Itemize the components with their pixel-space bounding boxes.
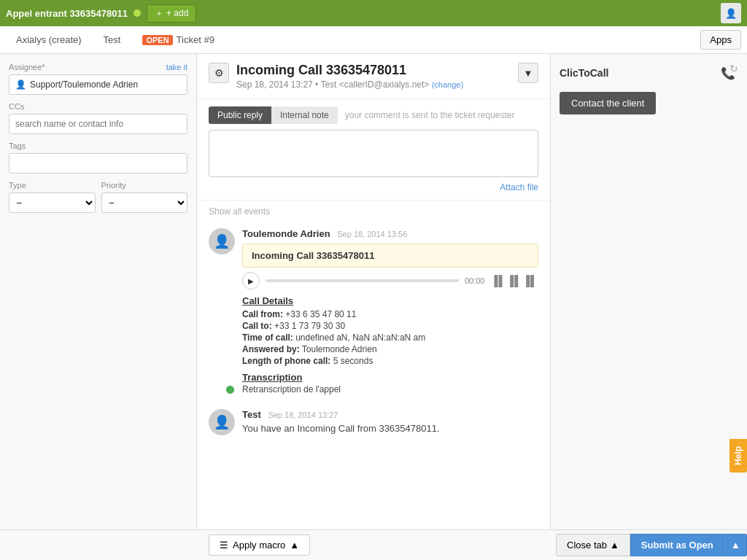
clictocall-header: ClicToCall 📞 xyxy=(560,63,738,83)
user-icon: 👤 xyxy=(725,8,737,19)
call-details: Call Details Call from: +33 6 35 47 80 1… xyxy=(242,295,538,366)
call-from: Call from: +33 6 35 47 80 11 xyxy=(242,309,538,319)
simple-event-item: 👤 Test Sep 18, 2014 13:27 You have an In… xyxy=(209,406,538,435)
reply-hint: your comment is sent to the ticket reque… xyxy=(345,110,515,120)
reply-textarea[interactable] xyxy=(209,130,538,177)
change-link[interactable]: (change) xyxy=(432,80,463,89)
audio-progress-bar[interactable] xyxy=(266,279,459,282)
ticket-title: Incoming Call 33635478011 xyxy=(236,63,511,78)
person-icon: 👤 xyxy=(15,79,26,90)
tabs-bar: Axialys (create) Test OPEN Ticket #9 App… xyxy=(0,26,747,54)
top-bar-title: Appel entrant 33635478011 xyxy=(6,8,128,19)
public-reply-tab[interactable]: Public reply xyxy=(209,106,271,124)
contact-client-button[interactable]: Contact the client xyxy=(560,92,656,114)
open-badge: OPEN xyxy=(142,35,172,45)
avatar-person-icon: 👤 xyxy=(214,233,230,249)
ticket-header: ⚙ Incoming Call 33635478011 Sep 18, 2014… xyxy=(197,54,550,99)
center-content: ⚙ Incoming Call 33635478011 Sep 18, 2014… xyxy=(197,54,550,529)
avatar-badge xyxy=(225,385,235,394)
right-sidebar: ClicToCall 📞 Contact the client ↻ xyxy=(550,54,747,529)
ticket-meta: Sep 18, 2014 13:27 • Test <callerID@axia… xyxy=(236,79,511,90)
simple-avatar-icon: 👤 xyxy=(214,414,230,430)
transcription-title: Transcription xyxy=(242,372,538,383)
audio-bars-icon: ▐▌▐▌▐▌ xyxy=(490,275,538,287)
event-item: 👤 Toulemonde Adrien Sep 18, 2014 13:56 I… xyxy=(209,222,538,394)
call-to: Call to: +33 1 73 79 30 30 xyxy=(242,321,538,331)
gear-button[interactable]: ⚙ xyxy=(209,63,229,83)
take-it-link[interactable]: take it xyxy=(166,63,187,71)
event-message-box: Incoming Call 33635478011 xyxy=(242,244,538,268)
ccs-label: CCs xyxy=(9,102,187,111)
tags-input[interactable] xyxy=(9,153,187,174)
submit-dropdown-button[interactable]: ▲ xyxy=(724,534,747,556)
show-all-events-link[interactable]: Show all events xyxy=(209,201,538,222)
play-button[interactable]: ▶ xyxy=(242,272,260,289)
list-icon: ☰ xyxy=(220,540,228,551)
internal-note-tab[interactable]: Internal note xyxy=(271,106,338,124)
event-body: Toulemonde Adrien Sep 18, 2014 13:56 Inc… xyxy=(242,228,538,394)
type-priority-row: Type – Priority – xyxy=(9,181,187,213)
simple-event-message: You have an Incoming Call from 336354780… xyxy=(242,423,538,434)
play-icon: ▶ xyxy=(248,277,254,285)
avatar: 👤 xyxy=(209,228,235,254)
ticket-title-area: Incoming Call 33635478011 Sep 18, 2014 1… xyxy=(236,63,511,90)
transcription-text: Retranscription de l'appel xyxy=(242,384,538,394)
close-tab-button[interactable]: Close tab ▲ xyxy=(556,534,630,556)
apply-macro-button[interactable]: ☰ Apply macro ▲ xyxy=(209,534,310,556)
user-icon-button[interactable]: 👤 xyxy=(721,3,741,23)
bottom-right-actions: Close tab ▲ Submit as Open ▲ xyxy=(556,534,747,556)
type-label: Type xyxy=(9,181,96,190)
reply-area: Public reply Internal note your comment … xyxy=(197,99,550,201)
add-icon: ＋ xyxy=(155,7,163,20)
top-bar: Appel entrant 33635478011 ＋ + add 👤 xyxy=(0,0,747,26)
events-area: Show all events 👤 Toulemonde Adrien Sep … xyxy=(197,201,550,529)
left-sidebar: Assignee* take it 👤 Support/Toulemonde A… xyxy=(0,54,197,529)
simple-event-author: Test xyxy=(242,409,261,420)
gear-icon: ⚙ xyxy=(214,67,224,79)
time-of-call: Time of call: undefined aN, NaN aN:aN:aN… xyxy=(242,332,538,343)
simple-event-body: Test Sep 18, 2014 13:27 You have an Inco… xyxy=(242,409,538,435)
priority-label: Priority xyxy=(101,181,188,190)
audio-time: 00:00 xyxy=(465,276,485,285)
apply-macro-chevron-icon: ▲ xyxy=(290,540,299,551)
simple-event-time: Sep 18, 2014 13:27 xyxy=(268,411,338,419)
main-layout: Assignee* take it 👤 Support/Toulemonde A… xyxy=(0,54,747,529)
call-details-title: Call Details xyxy=(242,295,538,306)
status-dot xyxy=(133,9,141,17)
ccs-input[interactable] xyxy=(9,114,187,134)
add-button[interactable]: ＋ + add xyxy=(147,4,196,23)
priority-field: Priority – xyxy=(101,181,188,213)
tags-label: Tags xyxy=(9,141,187,150)
event-author: Toulemonde Adrien xyxy=(242,228,330,239)
event-time: Sep 18, 2014 13:56 xyxy=(337,230,407,238)
apps-button[interactable]: Apps xyxy=(700,30,741,50)
type-select[interactable]: – xyxy=(9,192,96,213)
simple-avatar: 👤 xyxy=(209,409,235,435)
assignee-input[interactable]: 👤 Support/Toulemonde Adrien xyxy=(9,74,187,95)
answered-by: Answered by: Toulemonde Adrien xyxy=(242,344,538,354)
submit-button[interactable]: Submit as Open xyxy=(630,534,724,556)
tab-axialys-create[interactable]: Axialys (create) xyxy=(6,28,92,51)
help-button[interactable]: Help xyxy=(729,439,747,472)
avatar-wrap: 👤 xyxy=(209,228,235,394)
simple-avatar-wrap: 👤 xyxy=(209,409,235,435)
bottom-bar: ☰ Apply macro ▲ Close tab ▲ Submit as Op… xyxy=(0,529,747,560)
top-bar-right: 👤 xyxy=(721,3,741,23)
audio-player: ▶ 00:00 ▐▌▐▌▐▌ xyxy=(242,272,538,289)
reply-tabs: Public reply Internal note your comment … xyxy=(209,106,538,124)
clictocall-title: ClicToCall xyxy=(560,67,608,79)
ticket-dropdown-button[interactable]: ▼ xyxy=(518,63,538,83)
type-field: Type – xyxy=(9,181,96,213)
close-tab-chevron-icon: ▲ xyxy=(610,540,619,551)
tab-ticket-9[interactable]: OPEN Ticket #9 xyxy=(132,28,224,51)
tab-test[interactable]: Test xyxy=(93,28,131,51)
submit-chevron-icon: ▲ xyxy=(731,540,740,551)
chevron-down-icon: ▼ xyxy=(524,68,533,79)
priority-select[interactable]: – xyxy=(101,192,188,213)
attach-file-link[interactable]: Attach file xyxy=(209,182,538,192)
call-length: Length of phone call: 5 seconds xyxy=(242,356,538,366)
refresh-icon[interactable]: ↻ xyxy=(729,63,738,74)
assignee-label: Assignee* take it xyxy=(9,63,187,71)
